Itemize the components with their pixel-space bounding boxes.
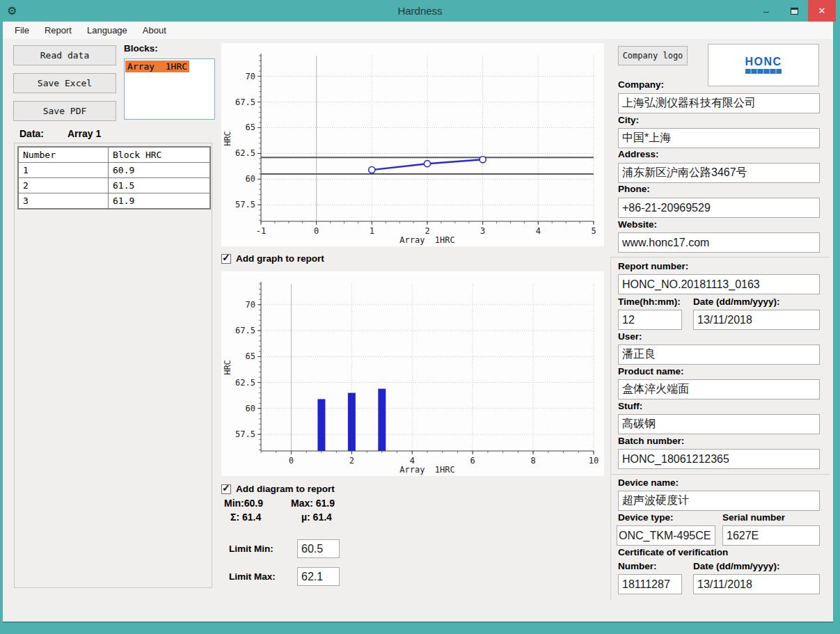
save-pdf-button[interactable]: Save PDF [13, 101, 116, 121]
menubar: FileReportLanguageAbout [3, 22, 833, 39]
minimize-icon: – [763, 6, 769, 17]
time-field[interactable] [618, 310, 682, 330]
hrc-line-chart: -101234557.56062.56567.570Array 1HRCHRC [221, 43, 604, 246]
stat-min: Min:60.9 [224, 498, 263, 509]
report-number-label: Report number: [618, 261, 688, 271]
city-label: City: [618, 115, 639, 125]
maximize-icon [791, 8, 798, 15]
table-cell: 61.9 [109, 193, 209, 208]
table-cell: 61.5 [109, 178, 209, 193]
blocks-label: Blocks: [124, 43, 158, 54]
table-row[interactable]: 160.9 [19, 163, 209, 177]
batch-number-field[interactable] [618, 449, 820, 469]
product-name-label: Product name: [618, 366, 684, 377]
data-array-value: Array 1 [68, 128, 101, 139]
limit-max-label: Limit Max: [229, 571, 276, 582]
add-graph-label: Add graph to report [236, 253, 324, 264]
svg-text:62.5: 62.5 [235, 148, 255, 158]
table-cell: 1 [19, 163, 108, 177]
blocks-listbox[interactable]: Array 1HRC [124, 58, 215, 120]
device-type-field[interactable] [617, 525, 715, 546]
website-label: Website: [618, 219, 657, 230]
website-field[interactable] [618, 232, 820, 253]
svg-text:67.5: 67.5 [235, 326, 255, 335]
svg-text:10: 10 [589, 456, 599, 466]
hrc-bar-chart: 024681057.56062.56567.570Array 1HRCHRC [221, 271, 604, 476]
window-controls: – ✕ [752, 0, 836, 22]
certificate-label: Certificate of verification [618, 547, 728, 557]
svg-text:Array 1HRC: Array 1HRC [399, 235, 454, 245]
svg-text:60: 60 [246, 174, 255, 184]
svg-text:57.5: 57.5 [235, 429, 255, 439]
stat-mu: µ: 61.4 [301, 512, 332, 523]
company-logo-box: HONC [708, 44, 819, 86]
minimize-button[interactable]: – [752, 0, 780, 22]
blocks-list-item[interactable]: Array 1HRC [125, 61, 189, 72]
logo-tagline-strip [745, 69, 782, 74]
limit-min-input[interactable] [297, 539, 340, 558]
check-icon: ✓ [222, 483, 230, 493]
company-label: Company: [618, 79, 664, 90]
svg-text:HRC: HRC [223, 360, 232, 375]
menu-item-file[interactable]: File [7, 22, 37, 39]
address-label: Address: [618, 149, 659, 159]
menu-item-report[interactable]: Report [37, 22, 79, 39]
cert-number-label: Number: [618, 561, 657, 571]
add-diagram-checkbox[interactable]: ✓ [221, 484, 231, 494]
table-header-cell: Block HRC [109, 148, 209, 162]
stat-max: Max: 61.9 [291, 498, 335, 509]
svg-text:Array 1HRC: Array 1HRC [399, 465, 454, 475]
serial-number-field[interactable] [722, 525, 820, 546]
product-name-field[interactable] [618, 379, 820, 399]
maximize-button[interactable] [780, 0, 808, 22]
svg-text:6: 6 [470, 456, 475, 466]
menu-item-language[interactable]: Language [79, 22, 135, 39]
read-data-button[interactable]: Read data [13, 45, 116, 65]
phone-field[interactable] [618, 198, 820, 218]
phone-label: Phone: [618, 184, 650, 194]
company-logo-text: HONC [745, 56, 782, 68]
date-field[interactable] [693, 310, 820, 330]
svg-text:-1: -1 [256, 226, 266, 236]
company-field[interactable] [618, 93, 820, 113]
svg-text:0: 0 [289, 456, 294, 466]
user-label: User: [618, 331, 642, 342]
save-excel-button[interactable]: Save Excel [13, 73, 116, 93]
report-section-divider [610, 257, 830, 257]
menu-item-about[interactable]: About [135, 22, 174, 39]
stuff-field[interactable] [618, 414, 820, 434]
cert-date-field[interactable] [693, 574, 820, 594]
data-table: NumberBlock HRC160.9261.5361.9 [17, 146, 211, 209]
table-cell: 2 [19, 178, 108, 193]
serial-number-label: Serial number [722, 512, 785, 523]
add-diagram-checkbox-row: ✓ Add diagram to report [221, 484, 335, 494]
check-icon: ✓ [222, 253, 230, 262]
add-graph-checkbox-row: ✓ Add graph to report [221, 253, 324, 264]
add-graph-checkbox[interactable]: ✓ [221, 254, 231, 264]
table-row[interactable]: 361.9 [19, 193, 209, 208]
svg-text:70: 70 [246, 72, 255, 81]
device-name-field[interactable] [618, 491, 820, 511]
table-header-row: NumberBlock HRC [19, 148, 209, 162]
device-name-label: Device name: [618, 477, 679, 488]
svg-text:3: 3 [480, 226, 485, 236]
user-field[interactable] [618, 344, 820, 365]
cert-number-field[interactable] [618, 574, 682, 594]
svg-text:8: 8 [530, 456, 535, 466]
limit-max-input[interactable] [297, 567, 340, 586]
city-field[interactable] [618, 128, 820, 148]
svg-text:67.5: 67.5 [235, 97, 255, 107]
svg-text:65: 65 [246, 351, 255, 361]
window-title: Hardness [397, 5, 442, 17]
cert-date-label: Date (dd/mm/yyyy): [693, 561, 780, 571]
svg-text:2: 2 [425, 226, 429, 236]
time-label: Time(hh:mm): [618, 296, 681, 307]
close-button[interactable]: ✕ [808, 0, 836, 22]
report-number-field[interactable] [618, 274, 820, 294]
address-field[interactable] [618, 163, 820, 183]
table-row[interactable]: 261.5 [19, 178, 209, 193]
company-logo-button[interactable]: Company logo [618, 46, 688, 65]
data-table-container: NumberBlock HRC160.9261.5361.9 [14, 143, 212, 588]
right-panel-divider-vertical [610, 257, 611, 600]
svg-text:1: 1 [370, 226, 374, 236]
